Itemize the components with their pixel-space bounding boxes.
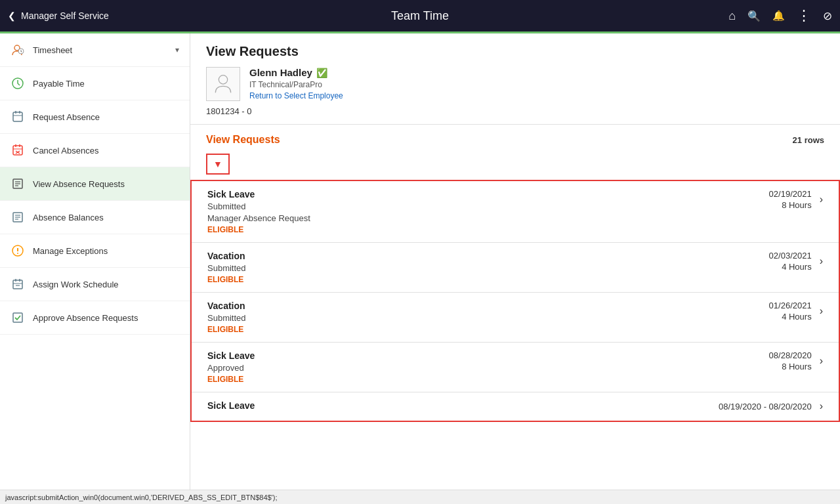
app-title: Manager Self Service (21, 10, 109, 21)
request-right: 08/28/20208 Hours› (718, 350, 823, 371)
sidebar-item-approve-absence-requests[interactable]: Approve Absence Requests (0, 301, 190, 335)
section-title: View Requests (206, 134, 280, 146)
request-date: 01/26/2021 (769, 301, 812, 310)
rows-count: 21 rows (793, 135, 824, 145)
employee-role: IT Technical/ParaPro (249, 80, 343, 89)
requests-list: Sick LeaveSubmittedManager Absence Reque… (190, 180, 840, 422)
sidebar-item-payable-time[interactable]: Payable Time (0, 67, 190, 100)
request-type: Sick Leave (207, 400, 718, 411)
request-left: VacationSubmittedELIGIBLE (207, 251, 718, 284)
assign-work-schedule-label: Assign Work Schedule (33, 280, 179, 289)
sidebar-item-timesheet[interactable]: Timesheet ▾ (0, 33, 190, 67)
chevron-right-icon: › (820, 400, 823, 412)
absence-balances-icon (10, 210, 25, 224)
page-header: View Requests Glenn Hadley ✅ IT Technica… (190, 33, 840, 125)
main-container: Timesheet ▾ Payable Time (0, 33, 840, 504)
request-tag: ELIGIBLE (207, 275, 718, 284)
request-type: Vacation (207, 301, 718, 311)
request-right: 08/19/2020 - 08/20/2020› (718, 400, 823, 412)
request-type: Vacation (207, 251, 718, 261)
bell-icon[interactable]: 🔔 (772, 10, 785, 22)
ban-icon[interactable]: ⊘ (823, 9, 832, 23)
request-item[interactable]: Sick LeaveSubmittedManager Absence Reque… (192, 181, 839, 243)
request-description: Manager Absence Request (207, 213, 718, 223)
section-header: View Requests 21 rows (190, 125, 840, 151)
svg-rect-26 (13, 280, 22, 289)
chevron-right-icon: › (820, 255, 823, 267)
sidebar-item-request-absence[interactable]: Request Absence (0, 100, 190, 134)
employee-info: Glenn Hadley ✅ IT Technical/ParaPro Retu… (206, 67, 824, 101)
svg-rect-5 (13, 112, 22, 121)
manage-exceptions-label: Manage Exceptions (33, 246, 179, 256)
request-left: Sick Leave (207, 400, 718, 413)
back-nav[interactable]: ❮ Manager Self Service (8, 10, 109, 21)
avatar (206, 67, 240, 101)
request-right: 01/26/20214 Hours› (718, 301, 823, 322)
svg-rect-31 (13, 313, 22, 322)
sidebar-item-assign-work-schedule[interactable]: Assign Work Schedule (0, 268, 190, 301)
request-status: Submitted (207, 313, 718, 323)
request-date: 02/03/2021 (769, 251, 812, 261)
more-icon[interactable]: ⋮ (797, 9, 811, 23)
request-left: VacationSubmittedELIGIBLE (207, 301, 718, 334)
request-item[interactable]: VacationSubmittedELIGIBLE02/03/20214 Hou… (192, 243, 839, 293)
filter-icon: ▼ (213, 159, 222, 169)
request-date: 08/19/2020 - 08/20/2020 (719, 402, 812, 411)
view-absence-requests-label: View Absence Requests (33, 179, 179, 189)
timesheet-icon (10, 43, 25, 57)
request-left: Sick LeaveApprovedELIGIBLE (207, 350, 718, 384)
search-icon[interactable]: 🔍 (747, 10, 761, 22)
request-status: Approved (207, 363, 718, 373)
home-icon[interactable]: ⌂ (728, 9, 736, 23)
request-item[interactable]: Sick Leave08/19/2020 - 08/20/2020› (192, 392, 839, 421)
sidebar-collapse-handle[interactable]: ‖ (190, 256, 190, 282)
request-date: 02/19/2021 (769, 189, 812, 199)
request-absence-icon (10, 110, 25, 124)
sidebar-item-view-absence-requests[interactable]: View Absence Requests (0, 167, 190, 201)
payable-time-label: Payable Time (33, 79, 179, 89)
approve-absence-requests-icon (10, 310, 25, 325)
request-hours: 8 Hours (782, 200, 812, 210)
request-status: Submitted (207, 201, 718, 211)
sidebar-item-absence-balances[interactable]: Absence Balances (0, 201, 190, 234)
nav-icons: ⌂ 🔍 🔔 ⋮ ⊘ (728, 9, 832, 23)
request-item[interactable]: Sick LeaveApprovedELIGIBLE08/28/20208 Ho… (192, 343, 839, 392)
svg-point-25 (17, 253, 18, 254)
page-main-title: Team Time (391, 9, 449, 23)
sidebar: Timesheet ▾ Payable Time (0, 33, 190, 504)
request-date-hours: 08/19/2020 - 08/20/2020 (719, 402, 812, 411)
sidebar-item-manage-exceptions[interactable]: Manage Exceptions (0, 234, 190, 268)
employee-id: 1801234 - 0 (206, 106, 824, 116)
employee-name: Glenn Hadley ✅ (249, 67, 343, 78)
request-absence-label: Request Absence (33, 112, 179, 122)
request-left: Sick LeaveSubmittedManager Absence Reque… (207, 189, 718, 234)
timesheet-label: Timesheet (33, 45, 167, 55)
top-navigation: ❮ Manager Self Service Team Time ⌂ 🔍 🔔 ⋮… (0, 0, 840, 32)
request-item[interactable]: VacationSubmittedELIGIBLE01/26/20214 Hou… (192, 293, 839, 343)
content-area: View Requests Glenn Hadley ✅ IT Technica… (190, 33, 840, 504)
svg-rect-9 (13, 146, 22, 155)
request-date: 08/28/2020 (769, 350, 812, 360)
chevron-right-icon: › (820, 355, 823, 367)
verified-icon: ✅ (316, 68, 327, 78)
payable-time-icon (10, 76, 25, 91)
absence-balances-label: Absence Balances (33, 213, 179, 222)
employee-details: Glenn Hadley ✅ IT Technical/ParaPro Retu… (249, 67, 343, 100)
chevron-right-icon: › (820, 194, 823, 205)
approve-absence-requests-label: Approve Absence Requests (33, 313, 179, 323)
filter-button[interactable]: ▼ (206, 154, 230, 175)
request-right: 02/19/20218 Hours› (718, 189, 823, 210)
request-hours: 4 Hours (782, 262, 812, 272)
request-date-hours: 01/26/20214 Hours (769, 301, 812, 322)
request-hours: 8 Hours (782, 362, 812, 371)
filter-bar: ▼ (190, 151, 840, 180)
return-to-select-employee-link[interactable]: Return to Select Employee (249, 91, 343, 100)
request-tag: ELIGIBLE (207, 225, 718, 234)
svg-point-32 (219, 75, 227, 84)
request-type: Sick Leave (207, 350, 718, 361)
cancel-absences-label: Cancel Absences (33, 146, 179, 156)
sidebar-item-cancel-absences[interactable]: Cancel Absences (0, 134, 190, 167)
status-bar: javascript:submitAction_win0(document.wi… (0, 490, 840, 504)
status-text: javascript:submitAction_win0(document.wi… (5, 494, 277, 501)
page-title: View Requests (206, 44, 824, 59)
